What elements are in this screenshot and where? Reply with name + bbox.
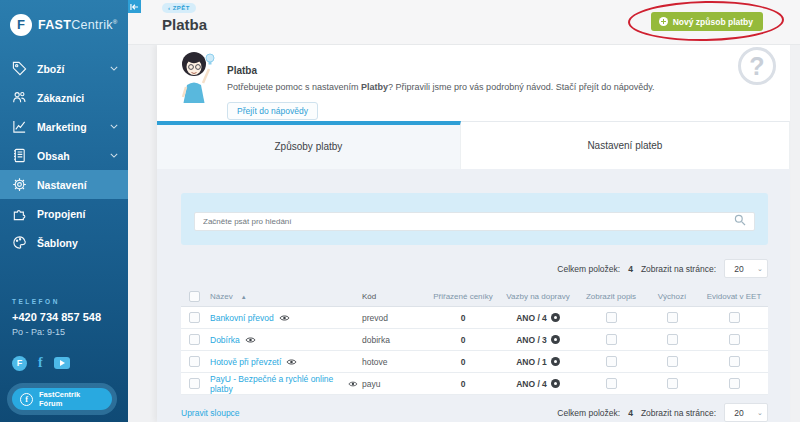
sort-asc-icon: ▲ (241, 294, 247, 300)
edit-columns-link[interactable]: Upravit sloupce (181, 408, 240, 418)
question-mark-icon[interactable]: ? (738, 47, 776, 85)
header-nazev[interactable]: Název▲ (208, 292, 360, 301)
sidebar-item-zbozi[interactable]: Zboží (0, 54, 128, 83)
row-checkbox[interactable] (189, 378, 200, 389)
youtube-icon[interactable] (54, 357, 70, 369)
sidebar-item-nastaveni[interactable]: Nastavení (0, 170, 128, 199)
header-vychozi[interactable]: Výchozí (644, 292, 700, 301)
facebook-icon[interactable]: f (38, 355, 43, 371)
shipping-value: ANO / 1 (516, 357, 547, 367)
eet-checkbox[interactable] (729, 356, 740, 367)
per-page-label: Zobrazit na stránce: (641, 408, 716, 418)
default-checkbox[interactable] (667, 378, 678, 389)
show-description-checkbox[interactable] (606, 378, 617, 389)
tabs: Způsoby platby Nastavení plateb (157, 121, 790, 169)
row-checkbox[interactable] (189, 356, 200, 367)
code-cell: hotove (360, 357, 428, 367)
row-checkbox[interactable] (189, 312, 200, 323)
banner-title: Platba (227, 65, 772, 76)
header-kod[interactable]: Kód (360, 292, 428, 301)
sidebar-item-marketing[interactable]: Marketing (0, 112, 128, 141)
sidebar-item-obsah[interactable]: Obsah (0, 141, 128, 170)
sidebar-item-sablony[interactable]: Šablony (0, 228, 128, 257)
per-page-select[interactable]: 20 ⌄ (724, 403, 768, 422)
header-vazby-na-dopravy[interactable]: Vazby na dopravy (498, 292, 578, 301)
eet-checkbox[interactable] (729, 378, 740, 389)
default-checkbox[interactable] (667, 312, 678, 323)
table-row: Dobírka dobirka 0 ANO / 3 (181, 329, 768, 351)
eet-checkbox[interactable] (729, 312, 740, 323)
total-items-value: 4 (628, 264, 633, 274)
gear-icon[interactable] (551, 357, 560, 366)
assistant-avatar (173, 49, 219, 107)
tab-zpusoby-platby[interactable]: Způsoby platby (157, 121, 461, 169)
gear-icon (12, 177, 27, 192)
eye-icon[interactable] (286, 358, 297, 366)
shipping-value: ANO / 4 (516, 379, 547, 389)
eet-checkbox[interactable] (729, 334, 740, 345)
select-all-checkbox[interactable] (189, 291, 200, 302)
search-icon[interactable] (734, 214, 746, 226)
phone-hours: Po - Pa: 9-15 (12, 327, 118, 337)
eye-icon[interactable] (348, 380, 358, 388)
collapse-sidebar-button[interactable] (128, 0, 141, 13)
shipping-cell: ANO / 4 (498, 379, 578, 389)
table-header-row: Název▲ Kód Přiřazené ceníky Vazby na dop… (181, 287, 768, 307)
sidebar-item-label: Nastavení (37, 179, 87, 191)
payment-method-link[interactable]: Bankovní převod (210, 313, 274, 323)
back-link[interactable]: ‹ ZPĚT (162, 3, 196, 13)
per-page-select[interactable]: 20 ⌄ (724, 259, 768, 278)
facebook-icon: f (20, 393, 33, 406)
header-evidovat-v-eet[interactable]: Evidovat v EET (700, 292, 768, 301)
gear-icon[interactable] (551, 313, 560, 322)
row-checkbox[interactable] (189, 334, 200, 345)
new-payment-method-button[interactable]: Nový způsob platby (651, 12, 763, 31)
header-prirazene-ceniky[interactable]: Přiřazené ceníky (428, 292, 498, 301)
default-checkbox[interactable] (667, 356, 678, 367)
go-to-help-button[interactable]: Přejít do nápovědy (227, 102, 318, 120)
banner-text: Potřebujete pomoc s nastavením Platby? P… (227, 82, 772, 92)
shipping-cell: ANO / 3 (498, 335, 578, 345)
payment-method-link[interactable]: Hotově při převzetí (210, 357, 281, 367)
show-description-checkbox[interactable] (606, 334, 617, 345)
table-body: Bankovní převod prevod 0 ANO / 4 Dobírka… (181, 307, 768, 395)
payment-method-link[interactable]: Dobírka (210, 335, 240, 345)
brand-monogram-icon: F (10, 14, 32, 36)
payment-method-link[interactable]: PayU - Bezpečné a rychlé online platby (210, 374, 343, 394)
show-description-checkbox[interactable] (606, 356, 617, 367)
table-row: Bankovní převod prevod 0 ANO / 4 (181, 307, 768, 329)
gear-icon[interactable] (551, 379, 560, 388)
gear-icon[interactable] (551, 335, 560, 344)
forum-button[interactable]: f FastCentrik Fórum (12, 388, 112, 410)
brand-name: FASTCentrik® (38, 18, 118, 32)
code-cell: prevod (360, 313, 428, 323)
fastcentrik-icon[interactable]: F (12, 356, 27, 371)
sidebar-item-zakaznici[interactable]: Zákazníci (0, 83, 128, 112)
plus-icon (659, 17, 668, 26)
pricelists-cell: 0 (428, 335, 498, 345)
payment-methods-table: Název▲ Kód Přiřazené ceníky Vazby na dop… (181, 287, 768, 395)
tab-nastaveni-plateb[interactable]: Nastavení plateb (461, 121, 790, 169)
phone-number: +420 734 857 548 (12, 311, 118, 323)
chevron-down-icon (110, 153, 118, 158)
per-page-label: Zobrazit na stránce: (641, 264, 716, 274)
social-links: F f (12, 355, 118, 371)
sidebar-item-propojeni[interactable]: Propojení (0, 199, 128, 228)
show-description-checkbox[interactable] (606, 312, 617, 323)
per-page-value: 20 (725, 264, 753, 274)
chart-icon (12, 119, 27, 134)
shipping-cell: ANO / 4 (498, 313, 578, 323)
code-cell: payu (360, 379, 428, 389)
header-zobrazit-popis[interactable]: Zobrazit popis (578, 292, 644, 301)
total-items-value: 4 (628, 408, 633, 418)
default-checkbox[interactable] (667, 334, 678, 345)
eye-icon[interactable] (279, 314, 290, 322)
sidebar-item-label: Propojení (37, 208, 85, 220)
search-input[interactable] (194, 212, 755, 231)
banner-body: Platba Potřebujete pomoc s nastavením Pl… (227, 51, 772, 120)
content-card: Platba Potřebujete pomoc s nastavením Pl… (157, 45, 790, 422)
sidebar-item-label: Zákazníci (37, 92, 84, 104)
eye-icon[interactable] (245, 336, 256, 344)
brand-logo[interactable]: F FASTCentrik® (0, 0, 128, 38)
sidebar-item-label: Zboží (37, 63, 64, 75)
